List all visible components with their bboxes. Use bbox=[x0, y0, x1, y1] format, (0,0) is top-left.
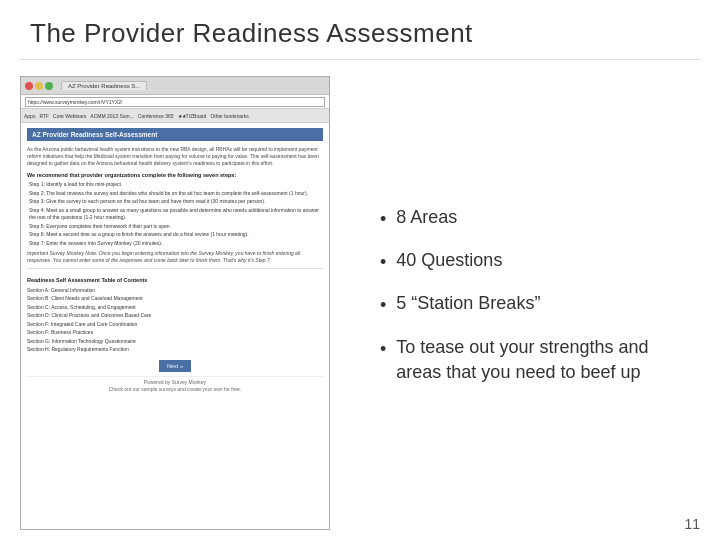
list-item: • 5 “Station Breaks” bbox=[380, 291, 680, 318]
doc-intro: As the Arizona public behavioral health … bbox=[27, 146, 323, 167]
page-container: The Provider Readiness Assessment AZ Pro… bbox=[0, 0, 720, 540]
toolbar-tiz[interactable]: ★★TIZBoard bbox=[178, 113, 207, 119]
bullet-text-1: 8 Areas bbox=[396, 205, 457, 230]
step-2: Step 2: The lead reviews the survey and … bbox=[27, 190, 323, 198]
list-item: • 40 Questions bbox=[380, 248, 680, 275]
browser-url[interactable]: https://www.surveymonkey.com/r/VY1YX2/ bbox=[25, 97, 325, 107]
bullet-dot: • bbox=[380, 293, 386, 318]
toc-item-f2: Section F: Business Practices bbox=[27, 329, 323, 337]
list-item: • 8 Areas bbox=[380, 205, 680, 232]
toc-item-f1: Section F: Integrated Care and Care Coor… bbox=[27, 321, 323, 329]
browser-toolbar: Apps RTF Core Webinars ACMM 2013 Sum... … bbox=[21, 109, 329, 123]
browser-addressbar: https://www.surveymonkey.com/r/VY1YX2/ bbox=[21, 95, 329, 109]
step-5: Step 5: Everyone completes their homewor… bbox=[27, 223, 323, 231]
page-title: The Provider Readiness Assessment bbox=[30, 18, 690, 49]
next-button[interactable]: Next » bbox=[159, 360, 191, 372]
minimize-icon[interactable] bbox=[35, 82, 43, 90]
toc-item-g: Section G: Information Technology Questi… bbox=[27, 338, 323, 346]
step-1: Step 1: Identify a lead for this mini-pr… bbox=[27, 181, 323, 189]
header: The Provider Readiness Assessment bbox=[0, 0, 720, 59]
list-item: • To tease out your strengths and areas … bbox=[380, 335, 680, 385]
toolbar-apps[interactable]: Apps bbox=[24, 113, 35, 119]
toc-item-b: Section B: Client Needs and Caseload Man… bbox=[27, 295, 323, 303]
toc-item-h: Section H: Regulatory Requirements Funct… bbox=[27, 346, 323, 354]
doc-step-header: We recommend that provider organizations… bbox=[27, 171, 323, 179]
toc-item-d: Section D: Clinical Practices and Outcom… bbox=[27, 312, 323, 320]
toolbar-core[interactable]: Core Webinars bbox=[53, 113, 86, 119]
toolbar-other[interactable]: Other bookmarks bbox=[210, 113, 248, 119]
doc-body: As the Arizona public behavioral health … bbox=[27, 146, 323, 394]
bullet-text-4: To tease out your strengths and areas th… bbox=[396, 335, 680, 385]
step-4: Step 4: Meet as a small group to answer … bbox=[27, 207, 323, 222]
browser-mockup: AZ Provider Readiness S... https://www.s… bbox=[20, 76, 330, 530]
doc-header: AZ Provider Readiness Self-Assessment bbox=[27, 128, 323, 141]
browser-content: AZ Provider Readiness Self-Assessment As… bbox=[21, 123, 329, 529]
step-6: Step 6: Meet a second time as a group to… bbox=[27, 231, 323, 239]
next-button-container: Next » bbox=[27, 360, 323, 372]
toc-header: Readiness Self Assessment Table of Conte… bbox=[27, 276, 323, 284]
toolbar-conf[interactable]: Conference 365 bbox=[138, 113, 174, 119]
page-number: 11 bbox=[684, 516, 700, 532]
title-divider bbox=[20, 59, 700, 60]
browser-tab[interactable]: AZ Provider Readiness S... bbox=[61, 81, 147, 90]
toolbar-rtf[interactable]: RTF bbox=[39, 113, 49, 119]
maximize-icon[interactable] bbox=[45, 82, 53, 90]
right-panel: • 8 Areas • 40 Questions • 5 “Station Br… bbox=[350, 76, 700, 530]
bullet-text-3: 5 “Station Breaks” bbox=[396, 291, 540, 316]
toolbar-acmm[interactable]: ACMM 2013 Sum... bbox=[90, 113, 134, 119]
doc-toc: Readiness Self Assessment Table of Conte… bbox=[27, 268, 323, 353]
doc-footer: Powered by Survey Monkey Check out our s… bbox=[27, 376, 323, 394]
bullet-text-2: 40 Questions bbox=[396, 248, 502, 273]
bullet-dot: • bbox=[380, 337, 386, 362]
step-3: Step 3: Give the survey to each person o… bbox=[27, 198, 323, 206]
bullet-dot: • bbox=[380, 207, 386, 232]
content-area: AZ Provider Readiness S... https://www.s… bbox=[0, 68, 720, 540]
toc-item-c: Section C: Access, Scheduling, and Engag… bbox=[27, 304, 323, 312]
bullet-dot: • bbox=[380, 250, 386, 275]
toc-item-a: Section A: General Information bbox=[27, 287, 323, 295]
important-note: Important Survey Monkey Note: Once you b… bbox=[27, 250, 323, 264]
close-icon[interactable] bbox=[25, 82, 33, 90]
browser-titlebar: AZ Provider Readiness S... bbox=[21, 77, 329, 95]
bullet-list: • 8 Areas • 40 Questions • 5 “Station Br… bbox=[380, 205, 680, 401]
step-7: Step 7: Enter the answers into Survey Mo… bbox=[27, 240, 323, 248]
